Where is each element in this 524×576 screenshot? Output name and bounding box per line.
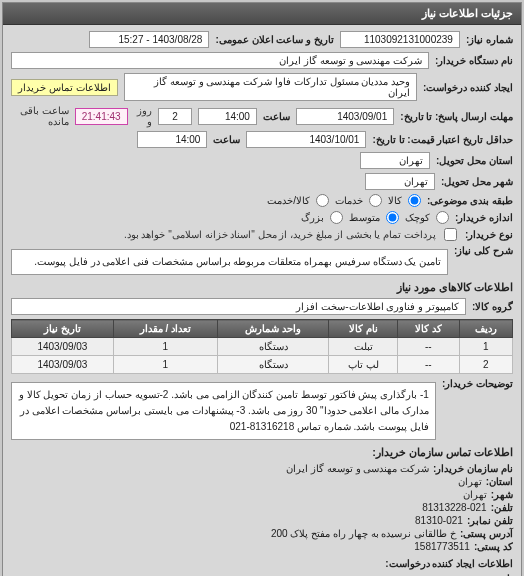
- addr-value: خ طالقانی نرسیده به چهار راه مفتح پلاک 2…: [271, 528, 456, 539]
- radio-khadamat-label: خدمات: [335, 195, 363, 206]
- col-name: نام کالا: [329, 320, 398, 338]
- org-value: شرکت مهندسی و توسعه گاز ایران: [286, 463, 429, 474]
- deadline-time-label: ساعت: [263, 111, 290, 122]
- postcode-label: کد پستی:: [474, 541, 513, 552]
- pub-dt-label: تاریخ و ساعت اعلان عمومی:: [215, 34, 333, 45]
- radio-mid[interactable]: [386, 211, 399, 224]
- cell-idx: 2: [459, 356, 512, 374]
- requester-label: ایجاد کننده درخواست:: [423, 82, 513, 93]
- buyer-org-label: نام دستگاه خریدار:: [435, 55, 513, 66]
- group-label: گروه کالا:: [472, 301, 513, 312]
- details-panel: جزئیات اطلاعات نیاز شماره نیاز: 11030921…: [2, 2, 522, 576]
- buyer-note: 1- بارگذاری پیش فاکتور توسط تامین کنندگا…: [11, 382, 436, 440]
- deadline-label: مهلت ارسال پاسخ: تا تاریخ:: [400, 111, 513, 122]
- cell-qty: 1: [113, 356, 217, 374]
- deadline-date: 1403/09/01: [296, 108, 394, 125]
- desc-value: تامین یک دستگاه سرفیس بهمراه متعلقات مرب…: [11, 249, 448, 275]
- delivery-city: تهران: [365, 173, 435, 190]
- cell-date: 1403/09/03: [12, 338, 114, 356]
- cart-label: نوع خریدار:: [465, 229, 513, 240]
- radio-large-label: بزرگ: [301, 212, 324, 223]
- col-date: تاریخ نیاز: [12, 320, 114, 338]
- days-label: روز و: [134, 105, 152, 127]
- panel-header: جزئیات اطلاعات نیاز: [3, 3, 521, 25]
- buyer-org-value: شرکت مهندسی و توسعه گاز ایران: [11, 52, 429, 69]
- buyer-note-label: توضیحات خریدار:: [442, 378, 513, 389]
- deadline-time: 14:00: [198, 108, 257, 125]
- group-value: کامپیوتر و فناوری اطلاعات-سخت افزار: [11, 298, 466, 315]
- desc-label: شرح کلی نیاز:: [454, 245, 513, 256]
- radio-kala-label: کالا: [388, 195, 402, 206]
- remain-label: ساعت باقی مانده: [11, 105, 69, 127]
- contact-link[interactable]: اطلاعات تماس خریدار: [11, 79, 118, 96]
- tel-value: 81313228-021: [422, 502, 487, 513]
- cell-code: --: [397, 356, 459, 374]
- req-no-label: شماره نیاز:: [466, 34, 513, 45]
- radio-small-label: کوچک: [405, 212, 430, 223]
- validity-time: 14:00: [137, 131, 207, 148]
- countdown: 21:41:43: [75, 108, 128, 125]
- radio-large[interactable]: [330, 211, 343, 224]
- table-row: 1 -- تبلت دستگاه 1 1403/09/03: [12, 338, 513, 356]
- delivery-state: تهران: [360, 152, 430, 169]
- cell-idx: 1: [459, 338, 512, 356]
- fax-value: 81310-021: [415, 515, 463, 526]
- cell-code: --: [397, 338, 459, 356]
- fax-label: تلفن نمابر:: [467, 515, 513, 526]
- contacts-section-title: اطلاعات تماس سازمان خریدار:: [11, 446, 513, 459]
- panel-body: شماره نیاز: 1103092131000239 تاریخ و ساع…: [3, 25, 521, 576]
- col-qty: تعداد / مقدار: [113, 320, 217, 338]
- city-label: شهر:: [491, 489, 513, 500]
- cell-unit: دستگاه: [217, 356, 329, 374]
- requester-value: وحید مددیان مسئول تدارکات فاوا شرکت مهند…: [124, 73, 418, 101]
- table-row: 2 -- لپ تاپ دستگاه 1 1403/09/03: [12, 356, 513, 374]
- cart-checkbox[interactable]: [444, 228, 457, 241]
- creator-title: اطلاعات ایجاد کننده درخواست:: [11, 558, 513, 569]
- prov-label: استان:: [486, 476, 513, 487]
- col-code: کد کالا: [397, 320, 459, 338]
- size-label: اندازه خریدار:: [455, 212, 513, 223]
- prov-value: تهران: [458, 476, 482, 487]
- validity-time-label: ساعت: [213, 134, 240, 145]
- org-label: نام سازمان خریدار:: [433, 463, 513, 474]
- days-left: 2: [158, 108, 193, 125]
- delivery-city-label: شهر محل تحویل:: [441, 176, 513, 187]
- cart-note: پرداخت تمام یا بخشی از مبلغ خرید، از محل…: [124, 229, 436, 240]
- cell-unit: دستگاه: [217, 338, 329, 356]
- radio-khedmat[interactable]: [316, 194, 329, 207]
- validity-label: حداقل تاریخ اعتبار قیمت: تا تاریخ:: [372, 134, 513, 145]
- budget-label: طبقه بندی موضوعی:: [427, 195, 513, 206]
- radio-mid-label: متوسط: [349, 212, 380, 223]
- delivery-state-label: استان محل تحویل:: [436, 155, 513, 166]
- radio-khedmat-label: کالا/خدمت: [267, 195, 310, 206]
- tel-label: تلفن:: [491, 502, 513, 513]
- postcode-value: 1581773511: [414, 541, 470, 552]
- radio-khadamat[interactable]: [369, 194, 382, 207]
- addr-label: آدرس پستی:: [460, 528, 513, 539]
- cell-name: لپ تاپ: [329, 356, 398, 374]
- panel-title: جزئیات اطلاعات نیاز: [422, 7, 513, 19]
- validity-date: 1403/10/01: [246, 131, 366, 148]
- pub-dt-value: 1403/08/28 - 15:27: [89, 31, 209, 48]
- col-idx: ردیف: [459, 320, 512, 338]
- cell-qty: 1: [113, 338, 217, 356]
- city-value: تهران: [463, 489, 487, 500]
- req-no-value: 1103092131000239: [340, 31, 460, 48]
- col-unit: واحد شمارش: [217, 320, 329, 338]
- radio-small[interactable]: [436, 211, 449, 224]
- radio-kala[interactable]: [408, 194, 421, 207]
- items-section-title: اطلاعات کالاهای مورد نیاز: [11, 281, 513, 294]
- cell-date: 1403/09/03: [12, 356, 114, 374]
- cell-name: تبلت: [329, 338, 398, 356]
- items-table: ردیف کد کالا نام کالا واحد شمارش تعداد /…: [11, 319, 513, 374]
